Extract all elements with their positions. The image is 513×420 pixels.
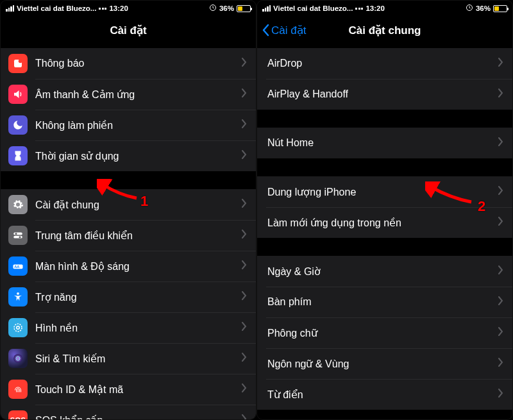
settings-row[interactable]: Thời gian sử dụng — [1, 140, 256, 171]
back-button[interactable]: Cài đặt — [261, 24, 306, 37]
row-label: Siri & Tìm kiếm — [35, 353, 238, 365]
chevron-right-icon — [242, 414, 247, 420]
settings-row[interactable]: Phông chữ — [257, 317, 512, 348]
battery-icon — [493, 5, 507, 12]
row-label: Hình nền — [35, 322, 238, 334]
row-label: AirDrop — [267, 58, 494, 69]
control-icon — [8, 226, 28, 245]
svg-rect-4 — [13, 236, 22, 239]
row-label: Ngày & Giờ — [267, 265, 494, 278]
row-label: Touch ID & Mật mã — [35, 383, 238, 396]
menu-dots-icon — [355, 8, 363, 10]
siri-icon — [8, 349, 28, 368]
wallpaper-icon — [8, 318, 28, 337]
chevron-right-icon — [498, 58, 503, 69]
row-label: Dung lượng iPhone — [267, 186, 494, 198]
chevron-right-icon — [242, 119, 247, 131]
settings-row[interactable]: Thông báo — [1, 48, 256, 79]
row-label: Cài đặt chung — [35, 199, 238, 211]
settings-row[interactable]: AirDrop — [257, 48, 512, 79]
svg-point-2 — [19, 59, 22, 63]
row-label: Làm mới ứng dụng trong nền — [267, 217, 494, 229]
settings-row[interactable]: AirPlay & Handoff — [257, 79, 512, 110]
battery-pct: 36% — [476, 4, 491, 12]
nav-bar: Cài đặt Cài đặt chung — [257, 16, 512, 44]
row-label: Ngôn ngữ & Vùng — [267, 358, 494, 370]
chevron-right-icon — [242, 353, 247, 364]
settings-row[interactable]: Siri & Tìm kiếm — [1, 343, 256, 374]
settings-group-notifications: Thông báoÂm thanh & Cảm ứngKhông làm phi… — [1, 48, 256, 171]
chevron-right-icon — [498, 358, 503, 369]
settings-row[interactable]: AAMàn hình & Độ sáng — [1, 251, 256, 281]
low-power-icon — [466, 4, 473, 13]
row-label: SOS khẩn cấp — [35, 414, 238, 421]
row-label: Trung tâm điều khiển — [35, 230, 238, 242]
row-label: Nút Home — [267, 137, 494, 149]
settings-row[interactable]: Bàn phím — [257, 287, 512, 317]
chevron-right-icon — [242, 383, 247, 395]
general-group-air: AirDropAirPlay & Handoff — [257, 48, 512, 110]
settings-group-general: Cài đặt chungTrung tâm điều khiểnAAMàn h… — [1, 189, 256, 420]
notifications-icon — [8, 54, 28, 73]
signal-icon — [6, 5, 14, 12]
chevron-right-icon — [242, 230, 247, 241]
chevron-right-icon — [498, 327, 503, 339]
chevron-right-icon — [242, 150, 247, 162]
row-label: Từ điển — [267, 389, 494, 401]
settings-row[interactable]: SOSSOS khẩn cấp — [1, 405, 256, 420]
settings-row[interactable]: Âm thanh & Cảm ứng — [1, 79, 256, 110]
settings-row[interactable]: Ngôn ngữ & Vùng — [257, 348, 512, 379]
chevron-right-icon — [498, 137, 503, 149]
row-label: Thông báo — [35, 58, 238, 69]
sos-icon: SOS — [8, 410, 28, 420]
settings-row[interactable]: Trung tâm điều khiển — [1, 220, 256, 251]
row-label: Bàn phím — [267, 296, 494, 308]
svg-point-9 — [17, 292, 19, 295]
status-bar: Viettel cai dat Bluezo... 13:20 36% — [257, 1, 512, 16]
chevron-right-icon — [242, 260, 247, 272]
general-group-storage: Dung lượng iPhoneLàm mới ứng dụng trong … — [257, 176, 512, 238]
svg-point-6 — [19, 236, 21, 238]
settings-screen: Viettel cai dat Bluezo... 13:20 36% Cài … — [0, 0, 256, 420]
row-label: Màn hình & Độ sáng — [35, 260, 238, 273]
row-label: Trợ năng — [35, 291, 238, 303]
low-power-icon — [209, 4, 217, 13]
accessibility-icon — [8, 287, 28, 307]
dnd-icon — [8, 115, 28, 135]
svg-point-10 — [17, 326, 20, 330]
chevron-right-icon — [498, 296, 503, 308]
display-icon: AA — [8, 256, 28, 276]
svg-point-5 — [15, 233, 17, 235]
settings-row[interactable]: Làm mới ứng dụng trong nền — [257, 207, 512, 238]
chevron-right-icon — [242, 322, 247, 333]
battery-icon — [237, 5, 251, 12]
svg-rect-3 — [13, 233, 22, 235]
battery-pct: 36% — [219, 4, 234, 12]
row-label: AirPlay & Handoff — [267, 88, 494, 100]
settings-row[interactable]: Dung lượng iPhone — [257, 176, 512, 207]
settings-row[interactable]: Touch ID & Mật mã — [1, 374, 256, 405]
settings-row[interactable]: Từ điển — [257, 379, 512, 410]
settings-row[interactable]: Hình nền — [1, 312, 256, 343]
carrier-label: Viettel cai dat Bluezo... — [273, 4, 353, 12]
settings-row[interactable]: Trợ năng — [1, 281, 256, 312]
chevron-right-icon — [498, 265, 503, 277]
chevron-right-icon — [498, 217, 503, 228]
settings-row[interactable]: Cài đặt chung — [1, 189, 256, 220]
settings-row[interactable]: Ngày & Giờ — [257, 256, 512, 287]
touchid-icon — [8, 380, 28, 399]
nav-bar: Cài đặt — [1, 16, 256, 44]
row-label: Thời gian sử dụng — [35, 150, 238, 162]
chevron-right-icon — [242, 199, 247, 210]
settings-row[interactable]: Nút Home — [257, 128, 512, 158]
settings-row[interactable]: Không làm phiền — [1, 110, 256, 140]
general-settings-screen: Viettel cai dat Bluezo... 13:20 36% Cài … — [256, 0, 513, 420]
row-label: Phông chữ — [267, 327, 494, 339]
row-label: Âm thanh & Cảm ứng — [35, 88, 238, 101]
status-bar: Viettel cai dat Bluezo... 13:20 36% — [1, 1, 256, 16]
page-title: Cài đặt chung — [349, 24, 421, 37]
chevron-right-icon — [242, 88, 247, 100]
svg-point-12 — [13, 354, 22, 363]
signal-icon — [262, 5, 271, 12]
svg-point-11 — [14, 324, 22, 332]
